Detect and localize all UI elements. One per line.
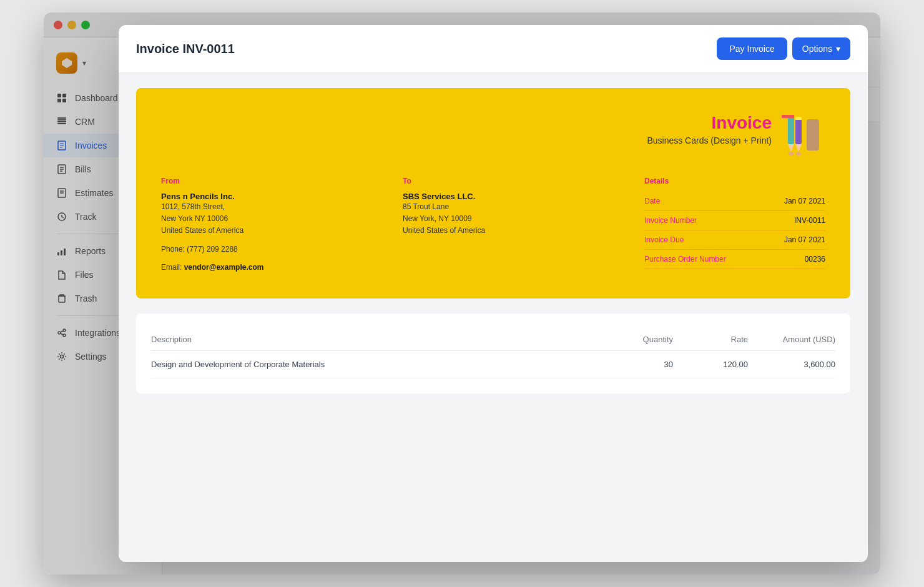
detail-value: Jan 07 2021 [784,197,825,205]
svg-rect-39 [795,118,802,144]
details-label: Details [644,177,825,185]
options-button[interactable]: Options ▾ [792,37,850,60]
options-chevron-icon: ▾ [836,44,840,54]
detail-value: INV-0011 [794,216,825,225]
invoice-details-row: From Pens n Pencils Inc. 1012, 578th Str… [161,177,825,274]
row-amount: 3,600.00 [748,360,835,369]
details-rows: Date Jan 07 2021 Invoice Number INV-0011… [644,192,825,269]
svg-rect-41 [795,117,802,120]
from-email-line: Email: vendor@example.com [161,262,388,274]
table-header: Description Quantity Rate Amount (USD) [151,328,835,351]
row-quantity: 30 [598,360,673,369]
from-address3: United States of America [161,225,388,237]
detail-row: Invoice Number INV-0011 [644,211,825,230]
svg-rect-35 [788,116,794,144]
detail-label: Purchase Order Number [644,255,726,264]
invoice-document: Invoice Business Cards (Design + Print) [136,88,850,298]
from-block: From Pens n Pencils Inc. 1012, 578th Str… [161,177,388,274]
detail-label: Date [644,197,660,205]
svg-rect-37 [782,115,788,118]
invoice-word: Invoice [647,113,772,133]
table-rows: Design and Development of Corporate Mate… [151,351,835,378]
detail-row: Invoice Due Jan 07 2021 [644,230,825,250]
col-description-header: Description [151,335,598,344]
invoice-modal: Invoice INV-0011 Pay Invoice Options ▾ I… [119,25,868,562]
col-amount-header: Amount (USD) [748,335,835,344]
email-label: Email: [161,263,182,272]
row-description: Design and Development of Corporate Mate… [151,360,598,369]
row-rate: 120.00 [673,360,748,369]
modal-body: Invoice Business Cards (Design + Print) [119,73,868,562]
svg-rect-34 [807,119,819,150]
svg-point-43 [796,152,801,155]
options-label: Options [802,44,832,54]
to-address3: United States of America [403,225,629,237]
to-label: To [403,177,629,185]
col-quantity-header: Quantity [598,335,673,344]
invoice-logo-graphic [782,113,825,157]
from-address1: 1012, 578th Street, [161,201,388,213]
svg-rect-38 [788,115,794,118]
detail-value: 00236 [805,255,825,264]
from-company: Pens n Pencils Inc. [161,192,388,201]
svg-marker-40 [795,144,802,152]
pay-invoice-button[interactable]: Pay Invoice [717,37,787,60]
svg-marker-36 [788,144,794,152]
to-block: To SBS Services LLC. 85 Trout Lane New Y… [403,177,629,274]
modal-actions: Pay Invoice Options ▾ [717,37,850,60]
details-block: Details Date Jan 07 2021 Invoice Number … [644,177,825,274]
items-table: Description Quantity Rate Amount (USD) D… [136,313,850,393]
detail-row: Date Jan 07 2021 [644,192,825,211]
detail-label: Invoice Due [644,235,684,244]
detail-row: Purchase Order Number 00236 [644,250,825,269]
svg-point-42 [789,152,794,155]
modal-title: Invoice INV-0011 [136,42,235,56]
from-label: From [161,177,388,185]
to-address2: New York, NY 10009 [403,213,629,225]
from-phone: Phone: (777) 209 2288 [161,244,388,255]
detail-value: Jan 07 2021 [784,235,825,244]
from-address2: New York NY 10006 [161,213,388,225]
from-email: vendor@example.com [184,263,264,272]
table-row: Design and Development of Corporate Mate… [151,351,835,378]
detail-label: Invoice Number [644,216,697,225]
to-address1: 85 Trout Lane [403,201,629,213]
invoice-subtitle: Business Cards (Design + Print) [647,136,772,146]
col-rate-header: Rate [673,335,748,344]
to-company: SBS Services LLC. [403,192,629,201]
modal-header: Invoice INV-0011 Pay Invoice Options ▾ [119,25,868,73]
